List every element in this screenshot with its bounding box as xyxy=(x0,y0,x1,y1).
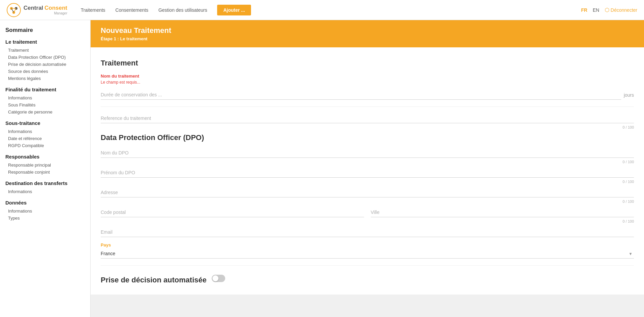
sidebar-section-finalite: Finalité du traitement xyxy=(5,87,85,92)
form-step-value: Le traitement xyxy=(120,36,148,41)
sidebar-item-source-donnees[interactable]: Source des données xyxy=(5,68,85,75)
sidebar-section-responsables: Responsables xyxy=(5,154,85,160)
logo-icon xyxy=(7,3,21,17)
header: Central Consent Manager Traitements Cons… xyxy=(0,0,644,20)
ajouter-button[interactable]: Ajouter ... xyxy=(217,5,251,15)
nom-traitement-error: Le champ est requis... xyxy=(101,80,634,85)
sidebar-item-traitement[interactable]: Traitement xyxy=(5,47,85,54)
section-title-traitement: Traitement xyxy=(101,59,634,67)
code-postal-group xyxy=(101,208,364,217)
sidebar-section-donnees: Données xyxy=(5,200,85,206)
deconnect-label: Déconnecter xyxy=(611,7,637,13)
duree-conservation-input[interactable] xyxy=(101,90,621,100)
reference-char-count: 0 / 100 xyxy=(623,125,634,129)
lang-en-button[interactable]: EN xyxy=(593,7,599,13)
section-title-prise-decision: Prise de décision automatisée xyxy=(101,276,206,284)
duree-conservation-group: jours xyxy=(101,90,634,100)
sidebar: Sommaire Le traitement Traitement Data P… xyxy=(0,20,91,317)
logo-text: Central Consent Manager xyxy=(23,5,67,15)
toggle-knob xyxy=(212,275,218,281)
sidebar-section-destination: Destination des transferts xyxy=(5,180,85,186)
form-area: Traitement Nom du traitement Le champ es… xyxy=(91,47,644,295)
sidebar-section-le-traitement: Le traitement xyxy=(5,39,85,45)
logout-icon: ⬡ xyxy=(605,7,609,13)
header-right: FR EN ⬡ Déconnecter xyxy=(581,7,637,13)
reference-traitement-group: 0 / 100 xyxy=(101,114,634,123)
lang-fr-button[interactable]: FR xyxy=(581,7,587,13)
sidebar-item-informations-donnees[interactable]: Informations xyxy=(5,208,85,215)
form-subtitle: Étape 1 : Le traitement xyxy=(101,36,634,41)
sidebar-item-informations-destination[interactable]: Informations xyxy=(5,188,85,195)
pays-group: Pays France Belgique Suisse Luxembourg C… xyxy=(101,242,634,259)
sidebar-section-sous-traitance: Sous-traitance xyxy=(5,120,85,126)
ville-group: 0 / 100 xyxy=(371,208,634,217)
form-title: Nouveau Traitement xyxy=(101,26,634,35)
prenom-dpo-group: 0 / 100 xyxy=(101,168,634,178)
prise-decision-toggle[interactable] xyxy=(212,275,225,282)
prise-decision-row: Prise de décision automatisée xyxy=(101,272,634,284)
adresse-input[interactable] xyxy=(101,188,634,197)
logo-central: Central xyxy=(23,5,43,11)
sidebar-item-informations-sous-traitance[interactable]: Informations xyxy=(5,128,85,135)
sidebar-item-dpo[interactable]: Data Protection Officer (DPO) xyxy=(5,54,85,61)
nav-gestion-utilisateurs[interactable]: Gestion des utilisateurs xyxy=(158,7,207,13)
postal-ville-char-count: 0 / 100 xyxy=(623,219,634,223)
sidebar-item-prise-decision[interactable]: Prise de décision automatisée xyxy=(5,61,85,68)
postal-ville-row: 0 / 100 xyxy=(101,208,634,223)
email-group xyxy=(101,227,634,237)
sidebar-item-date-reference[interactable]: Date et référence xyxy=(5,135,85,142)
adresse-group: 0 / 100 xyxy=(101,188,634,197)
sidebar-item-responsable-principal[interactable]: Responsable principal xyxy=(5,162,85,169)
svg-point-0 xyxy=(7,3,20,17)
form-step-label: Étape 1 : xyxy=(101,36,119,41)
divider-1 xyxy=(101,106,634,107)
sidebar-item-types[interactable]: Types xyxy=(5,215,85,222)
nom-dpo-input[interactable] xyxy=(101,148,634,158)
nom-dpo-char-count: 0 / 100 xyxy=(623,160,634,164)
sidebar-item-categorie-personne[interactable]: Catégorie de personne xyxy=(5,108,85,116)
adresse-char-count: 0 / 100 xyxy=(623,199,634,203)
nav-traitements[interactable]: Traitements xyxy=(81,7,105,13)
reference-traitement-input[interactable] xyxy=(101,114,634,123)
pays-select[interactable]: France Belgique Suisse Luxembourg Canada… xyxy=(101,249,634,259)
divider-2 xyxy=(101,265,634,266)
page-body: Sommaire Le traitement Traitement Data P… xyxy=(0,20,644,317)
sidebar-item-mentions-legales[interactable]: Mentions légales xyxy=(5,75,85,82)
sidebar-title: Sommaire xyxy=(5,27,85,34)
code-postal-input[interactable] xyxy=(101,208,364,217)
prenom-dpo-input[interactable] xyxy=(101,168,634,178)
sidebar-item-responsable-conjoint[interactable]: Responsable conjoint xyxy=(5,169,85,176)
nom-traitement-label: Nom du traitement xyxy=(101,74,634,79)
nom-dpo-group: 0 / 100 xyxy=(101,148,634,158)
pays-select-wrapper: France Belgique Suisse Luxembourg Canada… xyxy=(101,249,634,259)
logo-manager: Manager xyxy=(23,11,67,15)
ville-input[interactable] xyxy=(371,208,634,217)
nom-traitement-group: Nom du traitement Le champ est requis... xyxy=(101,74,634,85)
main-content: Nouveau Traitement Étape 1 : Le traiteme… xyxy=(91,20,644,317)
prenom-dpo-char-count: 0 / 100 xyxy=(623,180,634,184)
deconnect-button[interactable]: ⬡ Déconnecter xyxy=(605,7,637,13)
sidebar-item-rgpd-compatible[interactable]: RGPD Compatible xyxy=(5,142,85,149)
form-header-banner: Nouveau Traitement Étape 1 : Le traiteme… xyxy=(91,20,644,47)
pays-label: Pays xyxy=(101,242,634,247)
sidebar-item-informations-finalite[interactable]: Informations xyxy=(5,94,85,101)
sidebar-item-sous-finalites[interactable]: Sous Finalités xyxy=(5,101,85,108)
main-nav: Traitements Consentements Gestion des ut… xyxy=(81,5,581,15)
logo: Central Consent Manager xyxy=(7,3,67,17)
nav-consentements[interactable]: Consentements xyxy=(115,7,148,13)
section-title-dpo: Data Protection Officer (DPO) xyxy=(101,133,634,142)
days-label: jours xyxy=(624,92,634,98)
email-input[interactable] xyxy=(101,227,634,237)
logo-consent: Consent xyxy=(44,5,67,11)
